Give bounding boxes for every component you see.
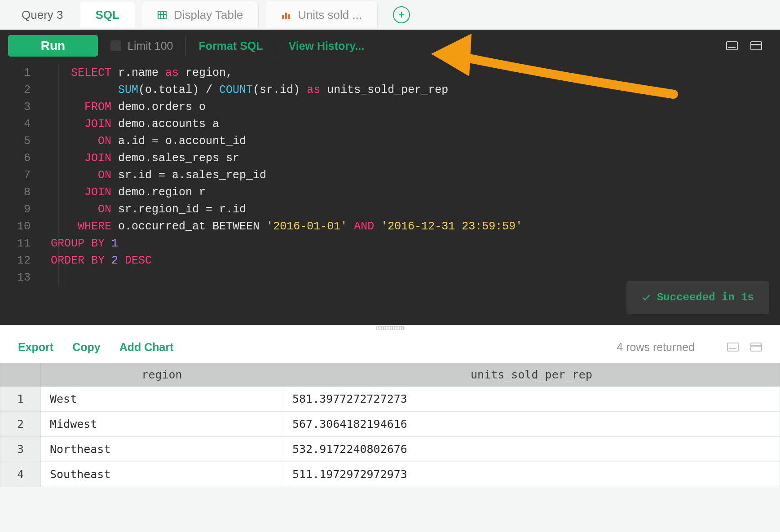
table-row[interactable]: 1West581.3977272727273 bbox=[0, 387, 780, 412]
tab-sql-label: SQL bbox=[96, 8, 119, 22]
line-number-gutter: 12345678910111213 bbox=[0, 62, 40, 289]
line-number: 10 bbox=[0, 218, 31, 235]
minimize-editor-icon[interactable] bbox=[726, 41, 738, 50]
code-area[interactable]: SELECT r.name as region, SUM(o.total) / … bbox=[40, 62, 780, 289]
line-number: 9 bbox=[0, 201, 31, 218]
limit-label: Limit 100 bbox=[128, 40, 173, 53]
line-number: 3 bbox=[0, 99, 31, 116]
row-number-cell: 3 bbox=[0, 437, 41, 462]
line-number: 5 bbox=[0, 133, 31, 150]
line-number: 11 bbox=[0, 235, 31, 252]
tab-sql[interactable]: SQL bbox=[80, 2, 135, 28]
table-cell[interactable]: West bbox=[41, 387, 283, 412]
row-number-cell: 2 bbox=[0, 412, 41, 437]
results-toolbar: Export Copy Add Chart 4 rows returned bbox=[0, 331, 780, 363]
code-line[interactable]: JOIN demo.region r bbox=[44, 184, 780, 201]
line-number: 8 bbox=[0, 184, 31, 201]
limit-checkbox[interactable] bbox=[110, 40, 121, 51]
query-title: Query 3 bbox=[6, 8, 74, 22]
table-cell[interactable]: 581.3977272727273 bbox=[283, 387, 780, 412]
line-number: 12 bbox=[0, 252, 31, 269]
maximize-editor-icon[interactable] bbox=[750, 41, 762, 50]
view-history-button[interactable]: View History... bbox=[289, 40, 365, 53]
table-row[interactable]: 2Midwest567.3064182194616 bbox=[0, 412, 780, 437]
format-sql-button[interactable]: Format SQL bbox=[198, 40, 263, 53]
table-row[interactable]: 4Southeast511.1972972972973 bbox=[0, 462, 780, 487]
results-header-row: region units_sold_per_rep bbox=[0, 363, 780, 387]
results-table: region units_sold_per_rep 1West581.39772… bbox=[0, 363, 780, 487]
code-line[interactable]: SUM(o.total) / COUNT(sr.id) as units_sol… bbox=[44, 82, 780, 99]
line-number: 7 bbox=[0, 167, 31, 184]
table-cell[interactable]: Southeast bbox=[41, 462, 283, 487]
code-line[interactable]: ON a.id = o.account_id bbox=[44, 133, 780, 150]
code-line[interactable]: ORDER BY 2 DESC bbox=[44, 252, 780, 269]
line-number: 1 bbox=[0, 65, 31, 82]
sql-editor-panel: Run Limit 100 Format SQL View History...… bbox=[0, 30, 780, 325]
tab-strip: Query 3 SQL Display Table Units sold ... bbox=[0, 0, 780, 30]
tab-units-sold[interactable]: Units sold ... bbox=[265, 2, 378, 28]
line-number: 2 bbox=[0, 82, 31, 99]
row-number-header bbox=[0, 363, 41, 387]
svg-rect-4 bbox=[282, 15, 284, 19]
svg-rect-6 bbox=[288, 14, 290, 19]
tab-units-sold-label: Units sold ... bbox=[298, 8, 362, 22]
toolbar-separator bbox=[185, 36, 186, 55]
table-cell[interactable]: Northeast bbox=[41, 437, 283, 462]
line-number: 4 bbox=[0, 116, 31, 133]
editor-toolbar: Run Limit 100 Format SQL View History... bbox=[0, 30, 780, 62]
tab-display-table-label: Display Table bbox=[174, 8, 243, 22]
line-number: 6 bbox=[0, 150, 31, 167]
maximize-results-icon[interactable] bbox=[750, 343, 762, 352]
code-editor[interactable]: 12345678910111213 SELECT r.name as regio… bbox=[0, 62, 780, 325]
bar-chart-icon bbox=[281, 10, 291, 21]
export-button[interactable]: Export bbox=[18, 341, 53, 354]
code-line[interactable]: GROUP BY 1 bbox=[44, 235, 780, 252]
line-number: 13 bbox=[0, 269, 31, 286]
code-line[interactable]: ON sr.id = a.sales_rep_id bbox=[44, 167, 780, 184]
code-line[interactable]: JOIN demo.sales_reps sr bbox=[44, 150, 780, 167]
table-cell[interactable]: 511.1972972972973 bbox=[283, 462, 780, 487]
add-tab-button[interactable] bbox=[393, 6, 410, 23]
run-status-pill: Succeeded in 1s bbox=[626, 281, 769, 314]
toolbar-separator bbox=[276, 36, 276, 55]
code-line[interactable]: SELECT r.name as region, bbox=[44, 65, 780, 82]
table-cell[interactable]: 532.9172240802676 bbox=[283, 437, 780, 462]
table-cell[interactable]: Midwest bbox=[41, 412, 283, 437]
code-line[interactable]: JOIN demo.accounts a bbox=[44, 116, 780, 133]
pane-splitter[interactable] bbox=[0, 325, 780, 331]
svg-rect-0 bbox=[158, 12, 166, 19]
table-row[interactable]: 3Northeast532.9172240802676 bbox=[0, 437, 780, 462]
svg-rect-5 bbox=[285, 13, 287, 19]
tab-display-table[interactable]: Display Table bbox=[141, 2, 259, 28]
code-line[interactable]: WHERE o.occurred_at BETWEEN '2016-01-01'… bbox=[44, 218, 780, 235]
add-chart-button[interactable]: Add Chart bbox=[119, 341, 174, 354]
code-line[interactable]: ON sr.region_id = r.id bbox=[44, 201, 780, 218]
table-icon bbox=[157, 10, 167, 21]
limit-100-toggle[interactable]: Limit 100 bbox=[110, 40, 173, 53]
rows-returned-label: 4 rows returned bbox=[617, 341, 695, 354]
run-status-text: Succeeded in 1s bbox=[657, 289, 754, 306]
row-number-cell: 1 bbox=[0, 387, 41, 412]
column-header-units[interactable]: units_sold_per_rep bbox=[283, 363, 780, 387]
table-cell[interactable]: 567.3064182194616 bbox=[283, 412, 780, 437]
row-number-cell: 4 bbox=[0, 462, 41, 487]
column-header-region[interactable]: region bbox=[41, 363, 283, 387]
minimize-results-icon[interactable] bbox=[727, 343, 739, 352]
code-line[interactable]: FROM demo.orders o bbox=[44, 99, 780, 116]
copy-button[interactable]: Copy bbox=[72, 341, 101, 354]
run-button[interactable]: Run bbox=[8, 35, 98, 57]
